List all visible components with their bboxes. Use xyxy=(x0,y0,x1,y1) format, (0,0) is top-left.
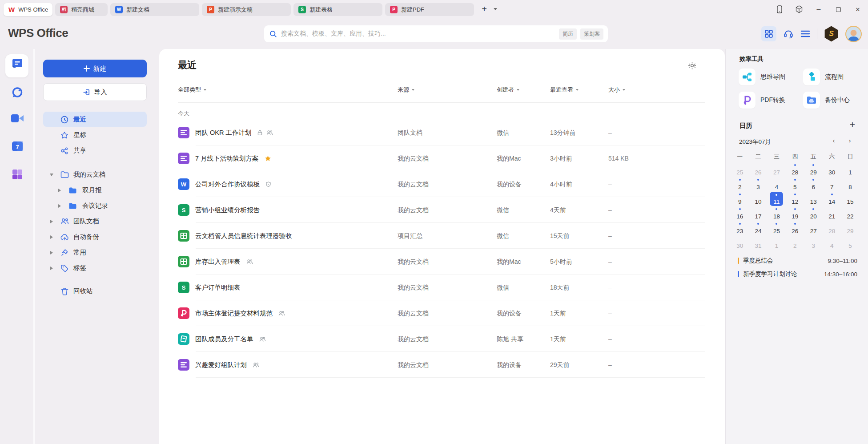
add-tab-button[interactable]: + xyxy=(478,3,490,16)
calendar-day[interactable]: 30 xyxy=(823,164,841,176)
calendar-day[interactable]: 1 xyxy=(841,164,859,176)
expand-arrow-icon[interactable] xyxy=(49,235,54,239)
calendar-day[interactable]: 14 xyxy=(823,193,841,206)
tool-flowchart[interactable]: 流程图 xyxy=(803,69,844,85)
file-row[interactable]: 云文档管人员信息统计表理器验收 项目汇总 微信 15天前 – xyxy=(159,223,725,249)
calendar-day[interactable]: 9 xyxy=(731,193,749,206)
tab-new-pdf[interactable]: P 新建PDF xyxy=(385,3,474,16)
calendar-day[interactable]: 28 xyxy=(823,222,841,235)
tool-backup-center[interactable]: 备份中心 xyxy=(803,92,850,109)
calendar-prev-button[interactable]: ‹ xyxy=(830,137,838,144)
tab-new-spreadsheet[interactable]: S 新建表格 xyxy=(293,3,382,16)
event-item[interactable]: 新季度学习计划讨论 14:30–16:00 xyxy=(738,267,858,281)
calendar-day[interactable]: 28 xyxy=(786,164,804,176)
calendar-day[interactable]: 3 xyxy=(804,237,823,250)
calendar-day[interactable]: 27 xyxy=(804,222,823,235)
calendar-day[interactable]: 29 xyxy=(804,164,823,176)
tab-list-dropdown[interactable] xyxy=(491,3,500,16)
tool-mindmap[interactable]: 思维导图 xyxy=(739,69,785,85)
sidebar-item-team-docs[interactable]: 团队文档 xyxy=(36,214,159,229)
close-button[interactable]: ✕ xyxy=(854,5,862,13)
calendar-day[interactable]: 22 xyxy=(841,208,859,220)
expand-arrow-icon[interactable] xyxy=(57,189,62,192)
sidebar-item-starred[interactable]: 星标 xyxy=(36,127,159,143)
file-row[interactable]: 团队成员及分工名单 我的云文档 陈旭 共享 1天前 – xyxy=(159,326,725,352)
expand-arrow-icon[interactable] xyxy=(49,266,54,270)
calendar-day[interactable]: 8 xyxy=(841,178,859,191)
sidebar-item-bimonthly-report[interactable]: 双月报 xyxy=(36,182,159,198)
new-document-button[interactable]: 新建 xyxy=(43,60,147,77)
list-settings-button[interactable] xyxy=(688,61,696,70)
calendar-day[interactable]: 25 xyxy=(731,164,749,176)
file-row[interactable]: W 公司对外合作协议模板 我的云文档 我的设备 4小时前 – xyxy=(159,171,725,197)
tab-docer-mall[interactable]: 稻 稻壳商城 xyxy=(55,3,108,16)
tab-wps-home[interactable]: W WPS Office xyxy=(4,3,52,16)
user-avatar[interactable] xyxy=(845,26,862,42)
file-row[interactable]: S 客户订单明细表 我的云文档 微信 18天前 – xyxy=(159,274,725,300)
sidebar-item-meeting-notes[interactable]: 会议记录 xyxy=(36,198,159,214)
calendar-day[interactable]: 1 xyxy=(768,237,786,250)
calendar-day[interactable]: 15 xyxy=(841,193,859,206)
rail-apps-button[interactable] xyxy=(0,168,35,181)
file-row[interactable]: 7 月线下活动策划方案 我的云文档 我的Mac 3小时前 514 KB xyxy=(159,145,725,171)
calendar-day[interactable]: 23 xyxy=(731,222,749,235)
search-tag-resume[interactable]: 简历 xyxy=(559,28,577,40)
apps-grid-button[interactable] xyxy=(761,26,776,41)
sidebar-item-tags[interactable]: 标签 xyxy=(36,260,159,276)
calendar-day[interactable]: 16 xyxy=(731,208,749,220)
calendar-day[interactable]: 11 xyxy=(768,193,786,206)
tab-new-presentation[interactable]: P 新建演示文稿 xyxy=(202,3,291,16)
sidebar-item-frequent[interactable]: 常用 xyxy=(36,245,159,260)
calendar-day[interactable]: 2 xyxy=(731,178,749,191)
filter-last-viewed[interactable]: 最近查看 xyxy=(550,86,579,94)
add-event-button[interactable]: + xyxy=(848,119,857,130)
calendar-day[interactable]: 13 xyxy=(804,193,823,206)
file-row[interactable]: S 营销小组业绩分析报告 我的云文档 微信 4天前 – xyxy=(159,197,725,223)
sidebar-item-trash[interactable]: 回收站 xyxy=(36,283,159,299)
tool-pdf-convert[interactable]: PDF转换 xyxy=(739,92,785,109)
rail-messages-button[interactable] xyxy=(0,86,35,99)
calendar-day[interactable]: 7 xyxy=(823,178,841,191)
calendar-day[interactable]: 24 xyxy=(749,222,767,235)
main-menu-button[interactable] xyxy=(800,30,810,37)
calendar-day[interactable]: 26 xyxy=(786,222,804,235)
calendar-day[interactable]: 25 xyxy=(768,222,786,235)
expand-arrow-icon[interactable] xyxy=(49,251,54,254)
calendar-day[interactable]: 18 xyxy=(768,208,786,220)
calendar-day[interactable]: 6 xyxy=(804,178,823,191)
filter-size[interactable]: 大小 xyxy=(608,86,625,94)
sidebar-item-recent[interactable]: 最近 xyxy=(36,112,159,127)
calendar-day[interactable]: 17 xyxy=(749,208,767,220)
calendar-day[interactable]: 20 xyxy=(804,208,823,220)
calendar-day[interactable]: 5 xyxy=(841,237,859,250)
minimize-button[interactable]: – xyxy=(815,5,823,13)
import-button[interactable]: 导入 xyxy=(43,83,147,101)
calendar-day[interactable]: 26 xyxy=(749,164,767,176)
expand-arrow-icon[interactable] xyxy=(49,174,54,176)
calendar-day[interactable]: 3 xyxy=(749,178,767,191)
search-bar[interactable]: 搜索文档、模板、文库、应用、技巧... 简历 策划案 xyxy=(264,25,608,42)
calendar-day[interactable]: 10 xyxy=(749,193,767,206)
rail-meetings-button[interactable] xyxy=(0,113,35,124)
calendar-day[interactable]: 19 xyxy=(786,208,804,220)
calendar-day[interactable]: 21 xyxy=(823,208,841,220)
file-row[interactable]: 库存出入管理表 我的云文档 我的Mac 5小时前 – xyxy=(159,249,725,274)
calendar-day[interactable]: 27 xyxy=(768,164,786,176)
tab-new-document[interactable]: W 新建文档 xyxy=(110,3,199,16)
rail-calendar-button[interactable]: 7 xyxy=(0,140,35,153)
file-row[interactable]: 兴趣爱好组队计划 我的云文档 我的设备 29天前 – xyxy=(159,352,725,378)
file-row[interactable]: 团队 OKR 工作计划 团队文档 微信 13分钟前 – xyxy=(159,120,725,145)
calendar-day[interactable]: 30 xyxy=(731,237,749,250)
support-headset-button[interactable] xyxy=(783,28,794,39)
calendar-day[interactable]: 29 xyxy=(841,222,859,235)
filter-source[interactable]: 来源 xyxy=(398,86,414,94)
calendar-next-button[interactable]: › xyxy=(846,137,854,144)
search-tag-plan[interactable]: 策划案 xyxy=(580,28,603,40)
filter-creator[interactable]: 创建者 xyxy=(497,86,519,94)
membership-badge[interactable]: S xyxy=(824,26,839,42)
calendar-day[interactable]: 31 xyxy=(749,237,767,250)
calendar-day[interactable]: 12 xyxy=(786,193,804,206)
file-row[interactable]: 市场主体登记提交材料规范 我的云文档 我的设备 1天前 – xyxy=(159,300,725,326)
calendar-day[interactable]: 4 xyxy=(823,237,841,250)
calendar-day[interactable]: 5 xyxy=(786,178,804,191)
